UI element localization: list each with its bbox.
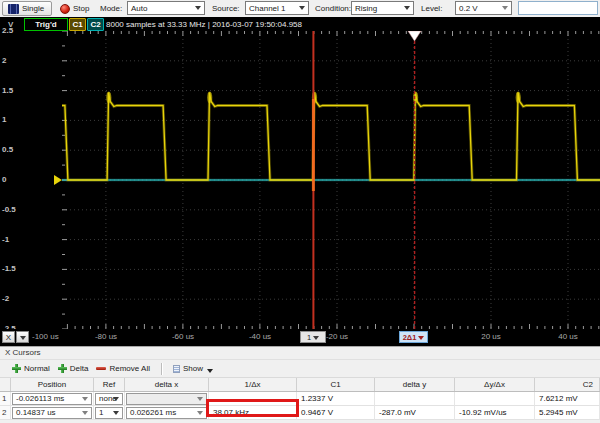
channel-2-badge[interactable]: C2 xyxy=(87,18,104,31)
condition-select[interactable]: Rising xyxy=(351,1,414,15)
header-c1: C1 xyxy=(297,378,375,391)
x-axis-strip: X -100 us 1 2Δ1 -80 us-60 us-40 us-20 us… xyxy=(0,329,600,346)
ref-select-1[interactable]: none xyxy=(95,393,123,405)
x-cursors-panel: X Cursors Normal Delta Remove All Show xyxy=(0,346,600,423)
chevron-down-icon xyxy=(418,336,424,340)
add-delta-cursor-button[interactable]: Delta xyxy=(54,361,93,376)
dy-dx-value-2: -10.92 mV/us xyxy=(455,406,535,420)
delta-x-select-2[interactable]: 0.026261 ms xyxy=(126,407,207,419)
header-dy-dx: Δy/Δx xyxy=(455,378,535,391)
c1-value-1: 1.2337 V xyxy=(297,392,375,406)
position-select-1[interactable]: -0.026113 ms xyxy=(12,393,92,405)
mode-select[interactable]: Auto xyxy=(127,1,205,15)
single-button[interactable]: Single xyxy=(2,1,52,16)
delta-x-value-2: 0.026261 ms xyxy=(130,408,176,417)
plot-area: 2.521.510.50-0.5-1-1.5-2-2.5 xyxy=(0,31,600,329)
y-axis-label: -1 xyxy=(2,235,9,244)
y-axis-label: 2.5 xyxy=(2,26,13,35)
condition-value: Rising xyxy=(355,4,377,13)
chevron-down-icon xyxy=(197,397,203,401)
show-label: Show xyxy=(183,364,203,373)
trigger-marker[interactable] xyxy=(408,31,421,41)
c2-value-2: 5.2945 mV xyxy=(535,406,600,420)
source-select[interactable]: Channel 1 xyxy=(245,1,309,15)
chevron-down-icon xyxy=(404,6,410,10)
cursor-flag-1-label: 1 xyxy=(307,333,311,342)
header-delta-y: delta y xyxy=(375,378,455,391)
overshoot-glow xyxy=(516,91,521,103)
y-axis-label: 1.5 xyxy=(2,86,13,95)
show-columns-icon xyxy=(173,365,180,373)
x-axis-label: 40 us xyxy=(558,332,578,341)
chevron-down-icon xyxy=(82,397,88,401)
channel-1-badge[interactable]: C1 xyxy=(69,18,86,31)
x-axis-button[interactable]: X xyxy=(2,331,15,343)
row-number: 2 xyxy=(0,406,11,420)
stop-icon xyxy=(60,4,70,14)
cursor-flag-2[interactable]: 2Δ1 xyxy=(399,331,428,343)
overshoot-glow xyxy=(106,91,111,103)
x-axis-label: -40 us xyxy=(249,332,271,341)
mode-label: Mode: xyxy=(100,4,122,13)
chevron-down-icon xyxy=(113,411,119,415)
waveform-canvas xyxy=(62,31,600,329)
y-axis-label: 1 xyxy=(2,115,6,124)
oscilloscope-app: Single Stop Mode: Auto Source: Channel 1… xyxy=(0,0,600,423)
x-axis-label-first: -100 us xyxy=(32,332,59,341)
cursor-flag-1[interactable]: 1 xyxy=(300,331,326,343)
show-options-button[interactable]: Show xyxy=(169,361,217,376)
cursor-row-1: 1 -0.026113 ms none 1.2337 V 7.6212 mV xyxy=(0,392,600,406)
y-axis-label: -0.5 xyxy=(2,205,16,214)
x-axis-label: -20 us xyxy=(326,332,348,341)
cursors-toolbar: Normal Delta Remove All Show xyxy=(0,360,600,378)
capture-status-text: 8000 samples at 33.33 MHz | 2016-03-07 1… xyxy=(106,20,302,29)
cursor-glow-1 xyxy=(312,99,315,191)
header-delta-x: delta x xyxy=(125,378,209,391)
y-axis-label: 0 xyxy=(2,175,6,184)
c1-level-marker[interactable] xyxy=(54,175,62,185)
mode-value: Auto xyxy=(131,4,147,13)
add-delta-label: Delta xyxy=(70,364,89,373)
x-axis-label: 20 us xyxy=(481,332,501,341)
delta-y-value-2: -287.0 mV xyxy=(375,406,455,420)
chevron-down-icon xyxy=(207,369,213,373)
y-axis-label: 0.5 xyxy=(2,145,13,154)
header-c2: C2 xyxy=(535,378,600,391)
c1-value-2: 0.9467 V xyxy=(297,406,375,420)
header-rownum xyxy=(0,378,11,391)
x-axis-dropdown-button[interactable] xyxy=(16,331,29,343)
inv-delta-x-value-2: 38.07 kHz xyxy=(209,406,297,420)
y-axis-label: -1.5 xyxy=(2,264,16,273)
stop-button[interactable]: Stop xyxy=(56,1,93,16)
add-normal-label: Normal xyxy=(24,364,50,373)
y-axis-label: -2 xyxy=(2,294,9,303)
source-value: Channel 1 xyxy=(249,4,285,13)
plus-icon xyxy=(12,364,21,373)
position-select-2[interactable]: 0.14837 us xyxy=(12,407,92,419)
cursor-flag-2-label: 2Δ1 xyxy=(403,333,417,342)
remove-all-label: Remove All xyxy=(109,364,149,373)
ref-select-2[interactable]: 1 xyxy=(95,407,123,419)
extra-field[interactable] xyxy=(518,1,598,15)
chevron-down-icon xyxy=(502,6,508,10)
delta-y-value-1 xyxy=(375,392,455,406)
info-bar: V Trig'd C1 C2 8000 samples at 33.33 MHz… xyxy=(0,17,600,31)
c2-value-1: 7.6212 mV xyxy=(535,392,600,406)
chevron-down-icon xyxy=(197,411,203,415)
level-label: Level: xyxy=(421,4,442,13)
level-select[interactable]: 0.2 V xyxy=(455,1,512,15)
chevron-down-icon xyxy=(113,397,119,401)
remove-all-button[interactable]: Remove All xyxy=(92,361,153,376)
source-label: Source: xyxy=(212,4,240,13)
overshoot-glow xyxy=(413,91,418,103)
chevron-down-icon xyxy=(195,6,201,10)
single-shot-icon xyxy=(8,4,19,14)
plus-icon xyxy=(58,364,67,373)
toolbar-separator xyxy=(161,363,162,375)
chevron-down-icon xyxy=(20,336,26,340)
level-value: 0.2 V xyxy=(459,4,478,13)
add-normal-cursor-button[interactable]: Normal xyxy=(8,361,54,376)
c1-trace xyxy=(62,92,600,180)
ref-value-2: 1 xyxy=(99,408,103,417)
single-button-label: Single xyxy=(22,4,44,13)
